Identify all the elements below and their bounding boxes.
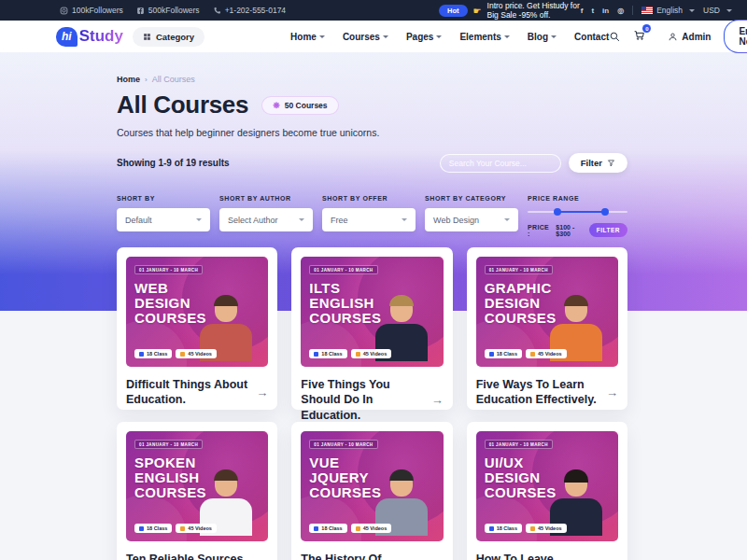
arrow-right-icon[interactable]: → [256,385,268,399]
category-select[interactable]: Web Design [425,208,518,231]
currency-select[interactable]: USD [703,6,732,15]
course-title[interactable]: The History Of Education. [301,552,424,560]
nav-item-contact[interactable]: Contact [574,32,609,42]
sort-by-select[interactable]: Default [117,208,210,231]
chevron-down-icon [726,9,732,12]
currency-label: USD [703,6,720,15]
arrow-right-icon[interactable]: → [431,393,444,407]
course-card[interactable]: 01 JANUARY - 10 MARCH ILTSENGLISHCOURSES… [291,247,452,410]
search-icon[interactable] [609,31,621,43]
results-count: Showing 1-9 of 19 results [117,158,230,168]
waving-hand-icon: ☛ [473,6,482,16]
price-range-label: PRICE RANGE [528,195,627,202]
chevron-down-icon [402,218,407,221]
filter-apply-button[interactable]: FILTER [589,223,627,237]
class-icon [314,352,318,357]
course-card[interactable]: 01 JANUARY - 10 MARCH GRAPHICDESIGNCOURS… [467,247,627,410]
course-banner-image: 01 JANUARY - 10 MARCH WEBDESIGNCOURSES 1… [126,257,268,367]
admin-account[interactable]: Admin [668,32,711,42]
course-search-input[interactable] [449,159,553,168]
date-badge: 01 JANUARY - 10 MARCH [134,440,203,449]
class-icon [489,352,494,357]
cart-button[interactable]: 0 [633,28,645,45]
class-count-badge: 18 Class [485,524,522,533]
author-select[interactable]: Select Author [219,208,313,231]
breadcrumb: Home › All Courses [117,75,627,84]
video-icon [530,352,535,357]
filter-label: Filter [581,158,602,168]
class-count-badge: 18 Class [309,524,346,533]
date-badge: 01 JANUARY - 10 MARCH [485,440,553,449]
price-label: PRICE : [528,224,552,237]
banner-title: UI/UXDESIGNCOURSES [485,455,557,501]
course-card[interactable]: 01 JANUARY - 10 MARCH UI/UXDESIGNCOURSES… [467,422,627,560]
date-badge: 01 JANUARY - 10 MARCH [309,440,377,449]
facebook-icon [136,7,145,15]
video-icon [356,526,360,531]
course-card[interactable]: 01 JANUARY - 10 MARCH SPOKENENGLISHCOURS… [117,422,277,560]
price-range-slider[interactable] [528,208,627,216]
phone-icon [213,7,221,15]
instagram-social-icon[interactable]: ◎ [617,7,624,15]
course-count-badge: ❋ 50 Courses [261,96,338,115]
course-banner-image: 01 JANUARY - 10 MARCH GRAPHICDESIGNCOURS… [476,257,618,367]
instagram-followers[interactable]: 100kFollowers [60,6,123,15]
class-count-badge: 18 Class [134,524,172,533]
chevron-down-icon [196,218,202,221]
linkedin-social-icon[interactable]: in [602,7,609,15]
slider-handle-max[interactable] [601,208,609,216]
video-count-badge: 45 Videos [526,349,567,358]
course-title[interactable]: Five Things You Should Do In Education. [301,377,424,423]
offer-filter-label: SHORT BY OFFER [322,195,416,202]
twitter-social-icon[interactable]: t [591,7,594,15]
language-select[interactable]: English [641,6,695,15]
class-icon [139,526,144,531]
phone-contact[interactable]: +1-202-555-0174 [213,6,286,15]
facebook-followers[interactable]: 500kFollowers [136,6,200,15]
course-banner-image: 01 JANUARY - 10 MARCH ILTSENGLISHCOURSES… [301,257,443,367]
facebook-social-icon[interactable]: f [581,7,584,15]
filter-controls: SHORT BY Default SHORT BY AUTHOR Select … [117,195,627,237]
offer-select[interactable]: Free [322,208,416,231]
category-label: Category [156,32,194,42]
date-badge: 01 JANUARY - 10 MARCH [309,265,377,274]
banner-title: SPOKENENGLISHCOURSES [134,455,206,501]
announcement-text: Intro price. Get Histudy for Big Sale -9… [487,1,581,20]
category-button[interactable]: Category [133,27,204,47]
main-nav: hi Study Category Home Courses Pages Ele… [0,21,747,52]
enroll-now-button[interactable]: Enroll Now [724,20,747,53]
author-filter-label: SHORT BY AUTHOR [219,195,313,202]
course-card[interactable]: 01 JANUARY - 10 MARCH WEBDESIGNCOURSES 1… [117,247,277,410]
course-title[interactable]: How To Leave Education Without [476,552,599,560]
chevron-down-icon [551,35,557,38]
course-title[interactable]: Difficult Things About Education. [126,377,249,408]
video-count-badge: 45 Videos [351,524,392,533]
price-value: $100 - $300 [556,224,588,237]
class-count-badge: 18 Class [485,349,522,358]
logo[interactable]: hi Study [56,27,123,47]
page-subtitle: Courses that help beginner designers bec… [117,127,627,138]
slider-handle-min[interactable] [554,208,561,216]
logo-hi-blob: hi [56,27,78,47]
course-count-label: 50 Courses [285,101,328,110]
nav-item-elements[interactable]: Elements [459,32,509,42]
instagram-icon [60,7,68,15]
breadcrumb-separator: › [145,76,148,84]
arrow-right-icon[interactable]: → [606,385,618,399]
filter-toggle-button[interactable]: Filter [569,153,627,173]
course-card[interactable]: 01 JANUARY - 10 MARCH VUEJQUERYCOURSES 1… [291,422,452,560]
breadcrumb-home[interactable]: Home [117,75,140,84]
nav-item-blog[interactable]: Blog [528,32,557,42]
class-icon [489,526,494,531]
nav-item-pages[interactable]: Pages [406,32,442,42]
course-banner-image: 01 JANUARY - 10 MARCH UI/UXDESIGNCOURSES… [476,431,618,541]
course-title[interactable]: Ten Reliable Sources To Learn About [126,552,249,560]
phone-number: +1-202-555-0174 [225,6,286,15]
page-title: All Courses [117,91,248,119]
chevron-down-icon [299,218,304,221]
video-icon [180,526,185,531]
nav-item-home[interactable]: Home [290,32,325,42]
course-title[interactable]: Five Ways To Learn Education Effectively… [476,377,599,408]
logo-study-text: Study [79,27,123,46]
nav-item-courses[interactable]: Courses [343,32,388,42]
